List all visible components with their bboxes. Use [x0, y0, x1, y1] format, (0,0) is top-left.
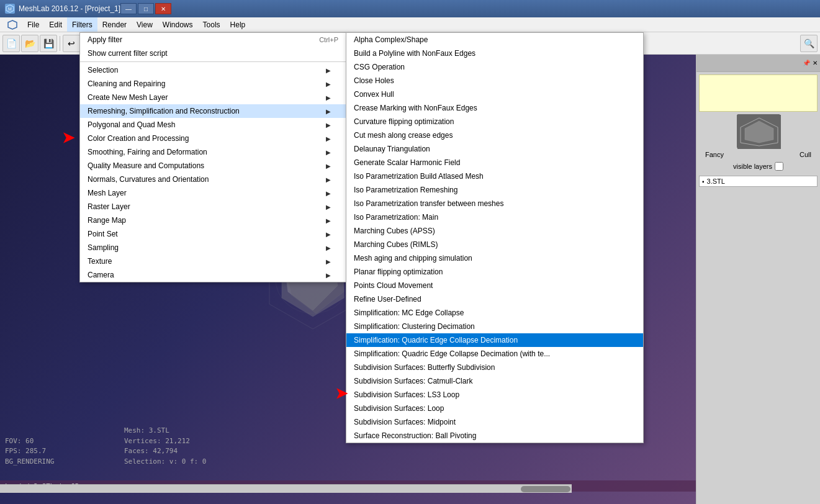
- menu-polygonal[interactable]: Polygonal and Quad Mesh ▶: [80, 118, 346, 132]
- submenu-loop[interactable]: Subdivision Surfaces: Loop: [346, 402, 643, 415]
- menu-quality[interactable]: Quality Measure and Computations ▶: [80, 159, 346, 173]
- submenu-close-holes[interactable]: Close Holes: [346, 74, 643, 88]
- menu-tools[interactable]: Tools: [198, 17, 225, 32]
- cull-label: Cull: [800, 151, 811, 158]
- menu-raster-layer[interactable]: Raster Layer ▶: [80, 200, 346, 214]
- menu-render[interactable]: Render: [97, 17, 132, 32]
- maximize-button[interactable]: □: [138, 3, 154, 14]
- visible-layers-checkbox[interactable]: [775, 162, 783, 171]
- arrow-icon-mesh-layer: ▶: [326, 190, 331, 197]
- svg-marker-2: [8, 20, 17, 29]
- submenu-marching-rimls[interactable]: Marching Cubes (RIMLS): [346, 238, 643, 251]
- arrow-icon-color: ▶: [326, 135, 331, 142]
- arrow-icon-point-set: ▶: [326, 231, 331, 238]
- submenu-ls3-loop[interactable]: Subdivision Surfaces: LS3 Loop: [346, 388, 643, 402]
- submenu-ball-pivoting[interactable]: Surface Reconstruction: Ball Pivoting: [346, 429, 643, 443]
- menu-range-map[interactable]: Range Map ▶: [80, 214, 346, 227]
- viewport-info: FOV: 60 FPS: 285.7 BG_RENDERING: [5, 436, 54, 467]
- arrow-icon-normals: ▶: [326, 176, 331, 183]
- menu-camera[interactable]: Camera ▶: [80, 268, 346, 282]
- submenu-quadric-with-tex[interactable]: Simplification: Quadric Edge Collapse De…: [346, 347, 643, 361]
- render-section: Fancy Cull visible layers: [699, 114, 818, 171]
- submenu-delaunay[interactable]: Delaunay Triangulation: [346, 142, 643, 156]
- layer-item-1[interactable]: ▪ 3.STL: [699, 176, 818, 187]
- arrow-icon-selection: ▶: [326, 67, 331, 74]
- arrow-icon-cleaning: ▶: [326, 81, 331, 88]
- horizontal-scrollbar[interactable]: [0, 484, 572, 493]
- submenu-planar-flip[interactable]: Planar flipping optimization: [346, 265, 643, 279]
- toolbar-search[interactable]: 🔍: [800, 35, 818, 52]
- show-filter-script-label: Show current filter script: [88, 49, 168, 58]
- menu-texture[interactable]: Texture ▶: [80, 254, 346, 268]
- menu-selection[interactable]: Selection ▶: [80, 63, 346, 77]
- apply-filter-shortcut: Ctrl+P: [319, 36, 338, 43]
- submenu-mc-edge[interactable]: Simplification: MC Edge Collapse: [346, 306, 643, 320]
- menu-view[interactable]: View: [132, 17, 158, 32]
- menu-edit[interactable]: Edit: [44, 17, 67, 32]
- submenu-build-polyline[interactable]: Build a Polyline with NonFaux Edges: [346, 47, 643, 60]
- filters-menu: Apply filter Ctrl+P Show current filter …: [79, 32, 346, 282]
- toolbar-open[interactable]: 📂: [21, 35, 38, 52]
- submenu-crease-marking[interactable]: Crease Marking with NonFaux Edges: [346, 101, 643, 115]
- submenu-midpoint[interactable]: Subdivision Surfaces: Midpoint: [346, 415, 643, 429]
- right-panel-header: 📌 ✕: [696, 55, 820, 72]
- panel-yellow-area: [699, 74, 818, 112]
- visible-layers-label: visible layers: [733, 163, 772, 170]
- submenu-curvature-flip[interactable]: Curvature flipping optimization: [346, 115, 643, 128]
- menu-color[interactable]: Color Creation and Processing ▶: [80, 132, 346, 145]
- menu-help[interactable]: Help: [225, 17, 251, 32]
- submenu-iso-main[interactable]: Iso Parametrization: Main: [346, 210, 643, 224]
- submenu-butterfly[interactable]: Subdivision Surfaces: Butterfly Subdivis…: [346, 361, 643, 374]
- submenu-alpha-complex[interactable]: Alpha Complex/Shape: [346, 33, 643, 47]
- submenu-refine[interactable]: Refine User-Defined: [346, 292, 643, 306]
- menu-cleaning[interactable]: Cleaning and Repairing ▶: [80, 77, 346, 91]
- layer-list: ▪ 3.STL: [699, 176, 818, 187]
- submenu-iso-remesh[interactable]: Iso Parametrization Remeshing: [346, 183, 643, 197]
- submenu-convex-hull[interactable]: Convex Hull: [346, 88, 643, 101]
- submenu-marching-apss[interactable]: Marching Cubes (APSS): [346, 224, 643, 238]
- submenu-iso-transfer[interactable]: Iso Parametrization transfer between mes…: [346, 197, 643, 210]
- menu-sampling[interactable]: Sampling ▶: [80, 241, 346, 254]
- toolbar-save[interactable]: 💾: [40, 35, 57, 52]
- arrow-icon-raster-layer: ▶: [326, 204, 331, 210]
- menu-point-set[interactable]: Point Set ▶: [80, 227, 346, 241]
- submenu-cut-mesh[interactable]: Cut mesh along crease edges: [346, 128, 643, 142]
- menu-smoothing[interactable]: Smoothing, Fairing and Deformation ▶: [80, 145, 346, 159]
- arrow-icon-texture: ▶: [326, 258, 331, 265]
- minimize-button[interactable]: —: [120, 3, 137, 14]
- menu-apply-filter[interactable]: Apply filter Ctrl+P: [80, 33, 346, 47]
- submenu-mesh-aging[interactable]: Mesh aging and chipping simulation: [346, 251, 643, 265]
- fancy-label: Fancy: [705, 151, 724, 158]
- render-preview: [737, 114, 780, 148]
- menu-normals[interactable]: Normals, Curvatures and Orientation ▶: [80, 173, 346, 186]
- remeshing-submenu: Alpha Complex/Shape Build a Polyline wit…: [346, 32, 644, 443]
- toolbar-undo[interactable]: ↩: [63, 35, 80, 52]
- toolbar-new[interactable]: 📄: [2, 35, 20, 52]
- window-controls: — □ ✕: [120, 3, 171, 14]
- submenu-clustering[interactable]: Simplification: Clustering Decimation: [346, 320, 643, 333]
- submenu-quadric[interactable]: Simplification: Quadric Edge Collapse De…: [346, 333, 643, 347]
- scrollbar-thumb[interactable]: [521, 486, 570, 492]
- right-panel: 📌 ✕ Fancy Cull visi: [696, 55, 820, 504]
- menu-windows[interactable]: Windows: [158, 17, 198, 32]
- submenu-iso-build[interactable]: Iso Parametrization Build Atlased Mesh: [346, 169, 643, 183]
- submenu-generate-scalar[interactable]: Generate Scalar Harmonic Field: [346, 156, 643, 169]
- arrow-icon-smoothing: ▶: [326, 149, 331, 156]
- menu-item-meshlab-icon[interactable]: [2, 17, 22, 32]
- menu-show-filter-script[interactable]: Show current filter script: [80, 47, 346, 60]
- menu-file[interactable]: File: [22, 17, 44, 32]
- panel-pin-icon[interactable]: 📌: [803, 60, 810, 66]
- fps-info: FPS: 285.7: [5, 446, 54, 457]
- menu-create-mesh[interactable]: Create New Mesh Layer ▶: [80, 91, 346, 104]
- submenu-points-cloud[interactable]: Points Cloud Movement: [346, 279, 643, 292]
- menu-filters[interactable]: Filters: [67, 17, 97, 32]
- menu-remeshing[interactable]: Remeshing, Simplification and Reconstruc…: [80, 104, 346, 118]
- faces-info: Faces: 42,794: [124, 446, 206, 457]
- mesh-name: Mesh: 3.STL: [124, 426, 206, 436]
- submenu-csg[interactable]: CSG Operation: [346, 60, 643, 74]
- close-button[interactable]: ✕: [155, 3, 171, 14]
- panel-close-icon[interactable]: ✕: [813, 60, 818, 66]
- submenu-catmull[interactable]: Subdivision Surfaces: Catmull-Clark: [346, 374, 643, 388]
- arrow-icon-quality: ▶: [326, 163, 331, 169]
- menu-mesh-layer[interactable]: Mesh Layer ▶: [80, 186, 346, 200]
